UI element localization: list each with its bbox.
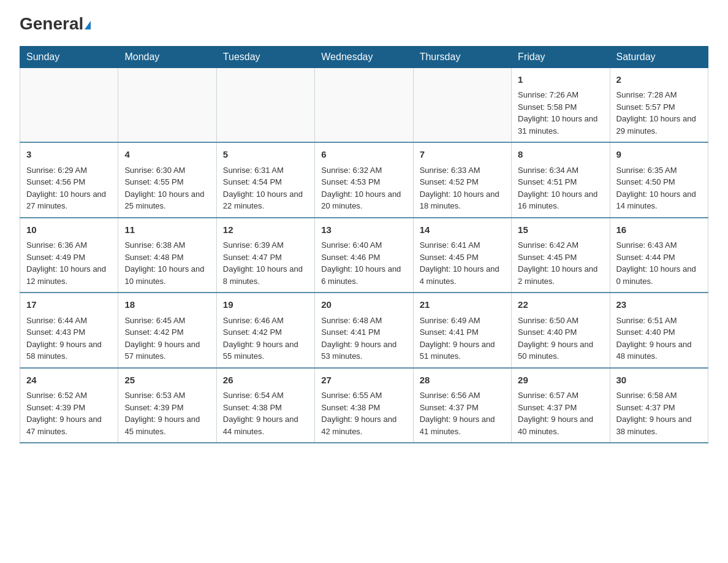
calendar-cell: 10Sunrise: 6:36 AMSunset: 4:49 PMDayligh… bbox=[20, 218, 118, 293]
daylight-text: Daylight: 9 hours and 51 minutes. bbox=[420, 340, 495, 361]
sunset-text: Sunset: 4:55 PM bbox=[124, 177, 183, 186]
daylight-text: Daylight: 10 hours and 20 minutes. bbox=[321, 190, 401, 211]
calendar-cell: 5Sunrise: 6:31 AMSunset: 4:54 PMDaylight… bbox=[216, 142, 314, 218]
sunset-text: Sunset: 5:57 PM bbox=[616, 102, 675, 112]
daylight-text: Daylight: 10 hours and 8 minutes. bbox=[223, 264, 303, 286]
sunset-text: Sunset: 4:50 PM bbox=[616, 177, 675, 186]
day-number: 3 bbox=[26, 148, 112, 162]
calendar-cell: 27Sunrise: 6:55 AMSunset: 4:38 PMDayligh… bbox=[315, 368, 413, 443]
calendar-week-4: 17Sunrise: 6:44 AMSunset: 4:43 PMDayligh… bbox=[20, 293, 708, 368]
calendar-cell: 1Sunrise: 7:26 AMSunset: 5:58 PMDaylight… bbox=[512, 67, 610, 142]
calendar-cell bbox=[315, 67, 413, 142]
calendar-cell: 29Sunrise: 6:57 AMSunset: 4:37 PMDayligh… bbox=[512, 368, 610, 443]
col-tuesday: Tuesday bbox=[216, 46, 314, 67]
day-number: 29 bbox=[518, 373, 603, 388]
day-number: 17 bbox=[26, 298, 112, 312]
daylight-text: Daylight: 9 hours and 58 minutes. bbox=[26, 340, 102, 361]
sunrise-text: Sunrise: 6:42 AM bbox=[518, 240, 578, 250]
calendar-cell: 11Sunrise: 6:38 AMSunset: 4:48 PMDayligh… bbox=[118, 218, 216, 293]
sunset-text: Sunset: 4:37 PM bbox=[518, 403, 577, 412]
daylight-text: Daylight: 10 hours and 4 minutes. bbox=[420, 264, 499, 286]
sunrise-text: Sunrise: 6:30 AM bbox=[124, 166, 185, 175]
sunrise-text: Sunrise: 6:46 AM bbox=[223, 316, 284, 325]
header-row: Sunday Monday Tuesday Wednesday Thursday… bbox=[20, 46, 708, 67]
sunrise-text: Sunrise: 6:29 AM bbox=[26, 166, 87, 175]
calendar-cell: 20Sunrise: 6:48 AMSunset: 4:41 PMDayligh… bbox=[315, 293, 413, 368]
day-number: 7 bbox=[420, 148, 505, 162]
calendar-cell: 4Sunrise: 6:30 AMSunset: 4:55 PMDaylight… bbox=[118, 142, 216, 218]
day-number: 20 bbox=[321, 298, 406, 312]
sunset-text: Sunset: 4:47 PM bbox=[223, 253, 282, 262]
day-number: 21 bbox=[420, 298, 505, 312]
day-number: 5 bbox=[223, 148, 308, 162]
daylight-text: Daylight: 10 hours and 27 minutes. bbox=[26, 190, 106, 211]
sunset-text: Sunset: 4:48 PM bbox=[124, 253, 183, 262]
calendar-cell: 9Sunrise: 6:35 AMSunset: 4:50 PMDaylight… bbox=[610, 142, 708, 218]
daylight-text: Daylight: 9 hours and 53 minutes. bbox=[321, 340, 396, 361]
daylight-text: Daylight: 10 hours and 12 minutes. bbox=[26, 264, 106, 286]
sunrise-text: Sunrise: 7:26 AM bbox=[518, 90, 578, 99]
sunrise-text: Sunrise: 6:43 AM bbox=[616, 240, 677, 250]
day-number: 28 bbox=[420, 373, 505, 388]
calendar-cell: 21Sunrise: 6:49 AMSunset: 4:41 PMDayligh… bbox=[413, 293, 511, 368]
calendar-cell: 23Sunrise: 6:51 AMSunset: 4:40 PMDayligh… bbox=[610, 293, 708, 368]
sunrise-text: Sunrise: 6:57 AM bbox=[518, 391, 578, 400]
day-number: 14 bbox=[420, 223, 505, 237]
col-thursday: Thursday bbox=[413, 46, 511, 67]
calendar-cell: 22Sunrise: 6:50 AMSunset: 4:40 PMDayligh… bbox=[512, 293, 610, 368]
sunset-text: Sunset: 4:40 PM bbox=[518, 327, 577, 337]
sunrise-text: Sunrise: 7:28 AM bbox=[616, 90, 677, 99]
daylight-text: Daylight: 10 hours and 31 minutes. bbox=[518, 114, 597, 136]
calendar-table: Sunday Monday Tuesday Wednesday Thursday… bbox=[20, 46, 708, 444]
sunrise-text: Sunrise: 6:50 AM bbox=[518, 316, 578, 325]
sunrise-text: Sunrise: 6:55 AM bbox=[321, 391, 382, 400]
daylight-text: Daylight: 9 hours and 47 minutes. bbox=[26, 415, 102, 436]
col-saturday: Saturday bbox=[610, 46, 708, 67]
daylight-text: Daylight: 9 hours and 55 minutes. bbox=[223, 340, 298, 361]
daylight-text: Daylight: 9 hours and 42 minutes. bbox=[321, 415, 396, 436]
daylight-text: Daylight: 10 hours and 29 minutes. bbox=[616, 114, 696, 136]
day-number: 15 bbox=[518, 223, 603, 237]
sunset-text: Sunset: 4:49 PM bbox=[26, 253, 85, 262]
daylight-text: Daylight: 9 hours and 44 minutes. bbox=[223, 415, 298, 436]
calendar-cell: 19Sunrise: 6:46 AMSunset: 4:42 PMDayligh… bbox=[216, 293, 314, 368]
day-number: 19 bbox=[223, 298, 308, 312]
sunset-text: Sunset: 4:38 PM bbox=[321, 403, 380, 412]
sunrise-text: Sunrise: 6:54 AM bbox=[223, 391, 284, 400]
sunrise-text: Sunrise: 6:56 AM bbox=[420, 391, 480, 400]
sunset-text: Sunset: 4:51 PM bbox=[518, 177, 577, 186]
calendar-cell bbox=[20, 67, 118, 142]
day-number: 30 bbox=[616, 373, 702, 388]
page-header: General bbox=[20, 15, 708, 34]
daylight-text: Daylight: 9 hours and 41 minutes. bbox=[420, 415, 495, 436]
calendar-cell: 3Sunrise: 6:29 AMSunset: 4:56 PMDaylight… bbox=[20, 142, 118, 218]
sunrise-text: Sunrise: 6:40 AM bbox=[321, 240, 382, 250]
daylight-text: Daylight: 10 hours and 14 minutes. bbox=[616, 190, 696, 211]
sunset-text: Sunset: 4:45 PM bbox=[420, 253, 479, 262]
daylight-text: Daylight: 10 hours and 0 minutes. bbox=[616, 264, 696, 286]
calendar-cell: 16Sunrise: 6:43 AMSunset: 4:44 PMDayligh… bbox=[610, 218, 708, 293]
sunset-text: Sunset: 4:37 PM bbox=[616, 403, 675, 412]
calendar-cell: 26Sunrise: 6:54 AMSunset: 4:38 PMDayligh… bbox=[216, 368, 314, 443]
sunrise-text: Sunrise: 6:34 AM bbox=[518, 166, 578, 175]
sunrise-text: Sunrise: 6:39 AM bbox=[223, 240, 284, 250]
day-number: 2 bbox=[616, 73, 702, 87]
sunset-text: Sunset: 4:42 PM bbox=[223, 327, 282, 337]
sunset-text: Sunset: 5:58 PM bbox=[518, 102, 577, 112]
day-number: 10 bbox=[26, 223, 112, 237]
calendar-cell: 24Sunrise: 6:52 AMSunset: 4:39 PMDayligh… bbox=[20, 368, 118, 443]
calendar-cell bbox=[413, 67, 511, 142]
sunrise-text: Sunrise: 6:44 AM bbox=[26, 316, 87, 325]
sunrise-text: Sunrise: 6:35 AM bbox=[616, 166, 677, 175]
sunset-text: Sunset: 4:46 PM bbox=[321, 253, 380, 262]
sunset-text: Sunset: 4:56 PM bbox=[26, 177, 85, 186]
day-number: 23 bbox=[616, 298, 702, 312]
daylight-text: Daylight: 9 hours and 48 minutes. bbox=[616, 340, 692, 361]
daylight-text: Daylight: 9 hours and 50 minutes. bbox=[518, 340, 593, 361]
calendar-cell: 17Sunrise: 6:44 AMSunset: 4:43 PMDayligh… bbox=[20, 293, 118, 368]
sunset-text: Sunset: 4:41 PM bbox=[321, 327, 380, 337]
sunset-text: Sunset: 4:38 PM bbox=[223, 403, 282, 412]
col-monday: Monday bbox=[118, 46, 216, 67]
day-number: 1 bbox=[518, 73, 603, 87]
day-number: 26 bbox=[223, 373, 308, 388]
